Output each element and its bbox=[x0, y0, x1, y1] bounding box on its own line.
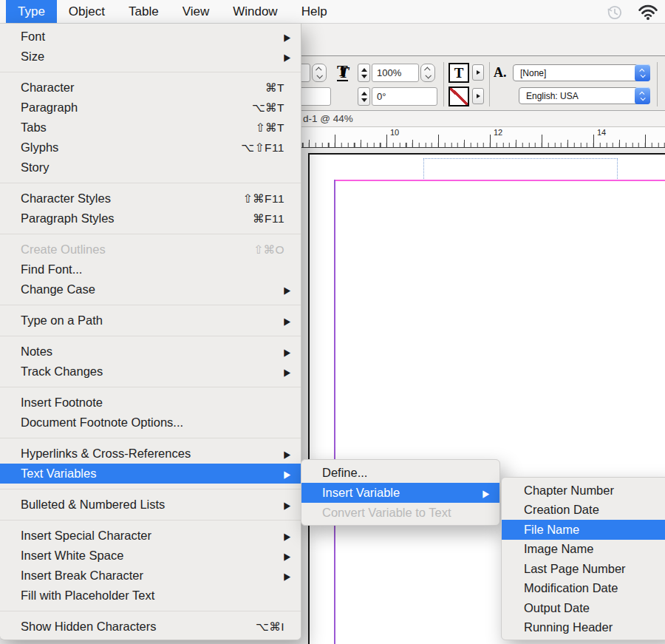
menu-item-label: Modification Date bbox=[524, 581, 655, 595]
text-variables-submenu: Define... Insert Variable ▶ Convert Vari… bbox=[301, 459, 500, 526]
none-fill-button[interactable] bbox=[449, 87, 469, 106]
menu-item-find-font[interactable]: Find Font... bbox=[0, 260, 301, 279]
vertical-scale-spinner[interactable] bbox=[358, 64, 370, 82]
menubar-item-view[interactable]: View bbox=[171, 0, 222, 23]
menu-separator bbox=[0, 611, 301, 611]
menu-item-paragraph[interactable]: Paragraph ⌥⌘T bbox=[0, 98, 301, 118]
submenu-arrow-icon: ▶ bbox=[284, 467, 290, 479]
menubar-item-object[interactable]: Object bbox=[57, 0, 117, 23]
menu-item-shortcut: ⌥⌘T bbox=[252, 101, 284, 115]
toolbar-divider bbox=[489, 62, 490, 106]
menu-item-image-name[interactable]: Image Name bbox=[502, 540, 665, 560]
menu-item-insert-white-space[interactable]: Insert White Space ▶ bbox=[0, 546, 301, 566]
menu-item-bulleted-numbered-lists[interactable]: Bulleted & Numbered Lists ▶ bbox=[0, 495, 301, 515]
menu-item-label: Define... bbox=[322, 466, 483, 480]
menubar-item-type[interactable]: Type bbox=[6, 0, 57, 23]
text-fill-flyout-button[interactable] bbox=[472, 64, 484, 81]
stepper-icon[interactable] bbox=[420, 64, 435, 82]
menu-item-label: Glyphs bbox=[21, 140, 241, 155]
menu-item-text-variables[interactable]: Text Variables ▶ bbox=[0, 464, 301, 484]
formatting-affects-text-button[interactable]: T bbox=[449, 63, 469, 83]
select-stepper-icon bbox=[635, 87, 650, 104]
menu-item-label: Last Page Number bbox=[524, 562, 655, 576]
menubar-item-window[interactable]: Window bbox=[221, 0, 289, 23]
menu-bar: Type Object Table View Window Help bbox=[0, 0, 665, 24]
language-select[interactable]: English: USA bbox=[519, 87, 650, 104]
menu-item-label: Text Variables bbox=[21, 467, 278, 481]
menu-item-label: Output Date bbox=[524, 601, 655, 615]
skew-input[interactable]: 0° bbox=[372, 87, 437, 106]
menu-item-insert-footnote[interactable]: Insert Footnote bbox=[0, 393, 301, 413]
menu-item-label: Bulleted & Numbered Lists bbox=[21, 498, 278, 512]
menubar-item-label: Help bbox=[301, 4, 327, 19]
menu-item-label: Fill with Placeholder Text bbox=[21, 589, 284, 603]
character-style-value: [None] bbox=[520, 68, 546, 78]
menu-item-track-changes[interactable]: Track Changes ▶ bbox=[0, 362, 301, 382]
menu-item-last-page-number[interactable]: Last Page Number bbox=[502, 559, 665, 579]
menu-item-chapter-number[interactable]: Chapter Number bbox=[502, 481, 665, 501]
menu-item-label: Notes bbox=[21, 345, 278, 359]
menu-separator bbox=[0, 72, 301, 72]
menu-item-output-date[interactable]: Output Date bbox=[502, 598, 665, 618]
menu-item-label: Insert Break Character bbox=[21, 569, 278, 583]
skew-spinner[interactable] bbox=[358, 87, 370, 106]
menu-item-label: Character Styles bbox=[21, 191, 242, 206]
menu-item-define[interactable]: Define... bbox=[301, 463, 499, 483]
toolbar-divider bbox=[443, 62, 444, 106]
vertical-scale-input[interactable]: 100% bbox=[372, 64, 419, 82]
menubar-item-help[interactable]: Help bbox=[290, 0, 339, 23]
menu-separator bbox=[0, 336, 301, 336]
menu-item-creation-date[interactable]: Creation Date bbox=[502, 501, 665, 521]
time-machine-icon[interactable] bbox=[605, 3, 624, 21]
menu-item-character[interactable]: Character ⌘T bbox=[0, 78, 301, 98]
stepper-icon[interactable] bbox=[312, 64, 327, 82]
submenu-arrow-icon: ▶ bbox=[284, 365, 290, 377]
menu-item-paragraph-styles[interactable]: Paragraph Styles ⌘F11 bbox=[0, 209, 301, 228]
menu-item-change-case[interactable]: Change Case ▶ bbox=[0, 279, 301, 299]
ruler-label: 14 bbox=[597, 128, 606, 137]
none-fill-flyout-button[interactable] bbox=[472, 88, 484, 104]
menubar-item-table[interactable]: Table bbox=[117, 0, 171, 23]
submenu-arrow-icon: ▶ bbox=[284, 498, 290, 510]
menu-item-label: Type on a Path bbox=[21, 313, 278, 328]
menu-item-show-hidden-characters[interactable]: Show Hidden Characters ⌥⌘I bbox=[0, 617, 301, 637]
menubar-status-icons bbox=[605, 0, 658, 24]
menu-item-character-styles[interactable]: Character Styles ⇧⌘F11 bbox=[0, 189, 301, 209]
menu-item-create-outlines[interactable]: Create Outlines ⇧⌘O bbox=[0, 240, 301, 260]
menu-item-tabs[interactable]: Tabs ⇧⌘T bbox=[0, 118, 301, 138]
menubar-items: Type Object Table View Window Help bbox=[6, 0, 339, 23]
menu-item-shortcut: ⌘T bbox=[265, 81, 284, 95]
menu-item-label: Show Hidden Characters bbox=[21, 620, 256, 634]
menu-item-running-header[interactable]: Running Header bbox=[502, 618, 665, 638]
menu-item-size[interactable]: Size ▶ bbox=[0, 47, 301, 67]
submenu-arrow-icon: ▶ bbox=[284, 283, 290, 295]
column-guide-vertical bbox=[334, 180, 335, 644]
menu-item-font[interactable]: Font ▶ bbox=[0, 27, 301, 47]
menu-item-convert-variable-to-text[interactable]: Convert Variable to Text bbox=[301, 503, 499, 523]
menu-item-label: Image Name bbox=[524, 542, 655, 556]
text-frame-guide[interactable] bbox=[423, 158, 618, 180]
menu-item-story[interactable]: Story bbox=[0, 157, 301, 177]
menu-item-label: Track Changes bbox=[21, 365, 278, 379]
submenu-arrow-icon: ▶ bbox=[284, 447, 290, 459]
character-style-select[interactable]: [None] bbox=[513, 64, 650, 81]
menu-item-glyphs[interactable]: Glyphs ⌥⇧F11 bbox=[0, 138, 301, 157]
menu-item-hyperlinks-cross-references[interactable]: Hyperlinks & Cross-References ▶ bbox=[0, 444, 301, 464]
menu-item-insert-special-character[interactable]: Insert Special Character ▶ bbox=[0, 526, 301, 546]
menu-item-notes[interactable]: Notes ▶ bbox=[0, 342, 301, 362]
menu-item-type-on-a-path[interactable]: Type on a Path ▶ bbox=[0, 311, 301, 331]
menu-item-shortcut: ⌥⇧F11 bbox=[241, 141, 284, 155]
menu-item-insert-variable[interactable]: Insert Variable ▶ bbox=[301, 483, 499, 503]
toolbar-field-fragment2[interactable] bbox=[297, 87, 331, 106]
menu-separator bbox=[0, 489, 301, 489]
menu-item-insert-break-character[interactable]: Insert Break Character ▶ bbox=[0, 566, 301, 586]
menu-item-modification-date[interactable]: Modification Date bbox=[502, 579, 665, 599]
menu-item-label: Size bbox=[21, 50, 278, 64]
menu-item-fill-with-placeholder-text[interactable]: Fill with Placeholder Text bbox=[0, 586, 301, 606]
menu-item-file-name[interactable]: File Name bbox=[502, 520, 665, 540]
wifi-icon[interactable] bbox=[638, 4, 658, 20]
menu-item-label: Document Footnote Options... bbox=[21, 416, 284, 430]
menubar-item-label: Object bbox=[69, 4, 105, 19]
menu-item-label: Insert White Space bbox=[21, 549, 278, 563]
menu-item-document-footnote-options[interactable]: Document Footnote Options... bbox=[0, 413, 301, 433]
